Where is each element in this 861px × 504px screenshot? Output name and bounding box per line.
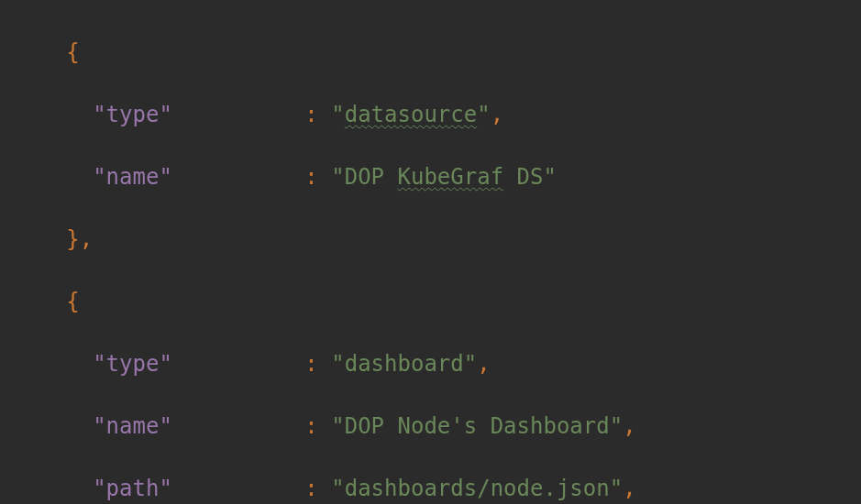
code-line: { [0, 37, 861, 68]
json-key: "type" [93, 102, 172, 127]
code-line: }, [0, 224, 861, 255]
typo-underline: KubeGraf [398, 164, 504, 190]
json-key: "type" [93, 351, 172, 377]
brace-open: { [0, 289, 80, 314]
json-key: "name" [93, 413, 172, 439]
json-key: "path" [93, 476, 172, 501]
json-string-value: "DOP Node's Dashboard" [331, 413, 623, 439]
brace-close-comma: }, [0, 226, 93, 252]
json-key: "name" [93, 164, 172, 190]
json-string-value: "datasource" [331, 102, 490, 127]
json-string-value: "dashboards/node.json" [331, 476, 623, 501]
code-line: { [0, 286, 861, 317]
code-line: "path" : "dashboards/node.json", [0, 473, 861, 504]
json-string-value: "dashboard" [331, 351, 477, 377]
code-line: "name" : "DOP KubeGraf DS" [0, 161, 861, 192]
code-line: "type" : "datasource", [0, 99, 861, 130]
typo-underline: datasource [345, 102, 478, 127]
code-editor[interactable]: { "type" : "datasource", "name" : "DOP K… [0, 0, 861, 504]
code-line: "type" : "dashboard", [0, 348, 861, 379]
json-string-value: "DOP KubeGraf DS" [331, 164, 557, 190]
code-line: "name" : "DOP Node's Dashboard", [0, 411, 861, 442]
brace-open: { [0, 39, 80, 65]
